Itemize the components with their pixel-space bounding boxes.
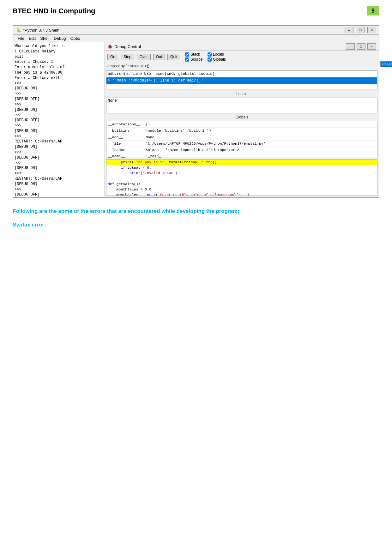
source-label: Source [190, 57, 202, 62]
globals-val: '_main_' [144, 153, 377, 158]
shell-prompt: >>> [15, 134, 103, 139]
empsal-mini-titlebar: empsal.p... – [381, 62, 392, 67]
shell-line: [DEBUG OFF] [15, 155, 103, 160]
shell-line: Enter a Choice: exit [15, 75, 103, 81]
locals-checkbox[interactable] [208, 52, 212, 57]
source-checkbox[interactable] [185, 57, 189, 62]
page-number: 9 [367, 6, 379, 15]
globals-key: __file__ [106, 141, 144, 147]
debug-minimize-button[interactable]: – [346, 43, 355, 50]
menu-shell[interactable]: Shell [38, 35, 51, 41]
go-button[interactable]: Go [107, 54, 118, 60]
debug-panel: 🐞 Debug Control – □ × Go Step Over Out Q [105, 42, 379, 197]
shell-line: exit [15, 54, 103, 60]
shell-line: [DEBUG ON] [15, 129, 103, 134]
page-header: BTEC HND in Computing 9 [13, 6, 379, 15]
checkbox-group-1: Stack Source [185, 52, 202, 62]
menu-debug[interactable]: Debug [52, 35, 68, 41]
stack-checkbox-row: Stack [185, 52, 202, 57]
shell-titlebar-controls: – □ × [345, 27, 376, 33]
globals-val: 'C:/Users/LAPTOP_MP0266/Apps/Python/Pyth… [144, 141, 377, 147]
debug-maximize-button[interactable]: □ [357, 43, 365, 50]
shell-window: 🐍 *Python 3.7.3 Shell* – □ × File Edit S… [13, 25, 379, 197]
empsal-mini-panel: empsal.p... – [380, 61, 392, 67]
shell-maximize-button[interactable]: □ [356, 27, 365, 33]
globals-val: {} [144, 121, 377, 127]
shell-prompt: >>> [15, 150, 103, 155]
shell-line: 1.Calculate salary [15, 49, 103, 54]
globals-row: __loader__ <class '_frozen_importlib.Bui… [106, 147, 377, 153]
globals-area: __annotations__ {} __builtins__ <module … [106, 121, 377, 158]
debug-titlebar-controls: – □ × [346, 43, 376, 50]
shell-line: Enter a Choice: 1 [15, 59, 103, 65]
shell-content: What would you like to 1.Calculate salar… [13, 42, 379, 197]
checkbox-group-2: Locals Globals [208, 52, 226, 62]
shell-menubar: File Edit Shell Debug Optio [13, 35, 379, 42]
source-line-highlight: print('The pay is $', format(totpay, '.2… [106, 160, 377, 165]
globals-row: __builtins__ <module 'builtins' (built-i… [106, 128, 377, 134]
globals-row: __dcc__ None [106, 134, 377, 141]
shell-minimize-button[interactable]: – [345, 27, 353, 33]
globals-row: __annotations__ {} [106, 121, 377, 128]
stack-label: Stack [190, 52, 200, 57]
shell-prompt: >>> [15, 171, 103, 176]
step-button[interactable]: Step [121, 54, 134, 60]
shell-prompt: >>> [15, 123, 103, 129]
source-checkbox-row: Source [185, 57, 202, 62]
locals-value: None [108, 99, 117, 103]
shell-prompt: >>> [15, 91, 103, 97]
globals-key: __name__ [106, 153, 144, 158]
globals-row: __file__ 'C:/Users/LAPTOP_MP0266/Apps/Py… [106, 141, 377, 147]
menu-edit[interactable]: Edit [27, 35, 38, 41]
globals-val: <module 'builtins' (built-in)> [144, 128, 377, 134]
globals-section-label: Globals [105, 114, 379, 120]
debug-content: bdb.run(), line 585: exec(cmd, globals, … [105, 69, 379, 197]
source-line: monthSales = input('Enter monthly sales … [106, 192, 377, 196]
debug-controls-row: Go Step Over Out Quit Stack Source [105, 51, 379, 63]
empsal-label: empsal.py:1: <module>() [105, 63, 379, 69]
shell-line: [DEBUG ON] [15, 144, 103, 150]
globals-label: Globals [213, 57, 226, 62]
quit-button[interactable]: Quit [167, 54, 180, 60]
main-window: 🐍 *Python 3.7.3 Shell* – □ × File Edit S… [13, 25, 379, 198]
syntax-error-text: Syntax error: [13, 222, 379, 228]
debug-titlebar-left: 🐞 Debug Control [107, 44, 141, 49]
menu-options[interactable]: Optio [69, 35, 82, 41]
debug-icon: 🐞 [107, 44, 112, 49]
source-line: def getSales(): [106, 181, 377, 187]
shell-line: [DEBUG ON] [15, 182, 103, 187]
page-title: BTEC HND in Computing [13, 7, 95, 15]
shell-line: Enter monthly sales of [15, 65, 103, 70]
out-button[interactable]: Out [153, 54, 165, 60]
shell-titlebar: 🐍 *Python 3.7.3 Shell* – □ × [13, 26, 379, 35]
globals-row: __name__ '_main_' [106, 153, 377, 158]
menu-file[interactable]: File [16, 35, 26, 41]
globals-key: __loader__ [106, 147, 144, 153]
stack-line-1: bdb.run(), line 585: exec(cmd, globals, … [106, 71, 377, 77]
shell-line: The pay is $ 42400.00 [15, 70, 103, 75]
shell-line: [DEBUG ON] [15, 107, 103, 113]
stack-checkbox[interactable] [185, 52, 189, 57]
locals-area: None [106, 98, 377, 113]
shell-prompt: >>> [15, 112, 103, 118]
globals-val: <class '_frozen_importlib.BuiltinImporte… [144, 147, 377, 153]
globals-checkbox-row: Globals [208, 57, 226, 62]
shell-titlebar-left: 🐍 *Python 3.7.3 Shell* [16, 27, 60, 33]
globals-key: __annotations__ [106, 121, 144, 127]
shell-prompt: >>> [15, 160, 103, 166]
debug-titlebar: 🐞 Debug Control – □ × [105, 42, 379, 51]
source-line: if totpay < 0: [106, 165, 377, 170]
globals-checkbox[interactable] [208, 57, 212, 62]
following-text: Following are the some of the errors tha… [13, 207, 379, 215]
python-icon: 🐍 [16, 27, 21, 33]
over-button[interactable]: Over [137, 54, 151, 60]
debug-close-button[interactable]: × [367, 43, 376, 50]
shell-line: RESTART: C:/Users/LAP [15, 176, 103, 182]
locals-section-label: Locals [105, 91, 379, 97]
shell-prompt: >>> [15, 81, 103, 86]
globals-key: __builtins__ [106, 128, 144, 134]
debug-title-text: Debug Control [114, 44, 141, 49]
shell-close-button[interactable]: × [367, 27, 376, 33]
shell-line: RESTART: C:/Users/LAP [15, 139, 103, 144]
shell-line: [DEBUG ON] [15, 166, 103, 171]
